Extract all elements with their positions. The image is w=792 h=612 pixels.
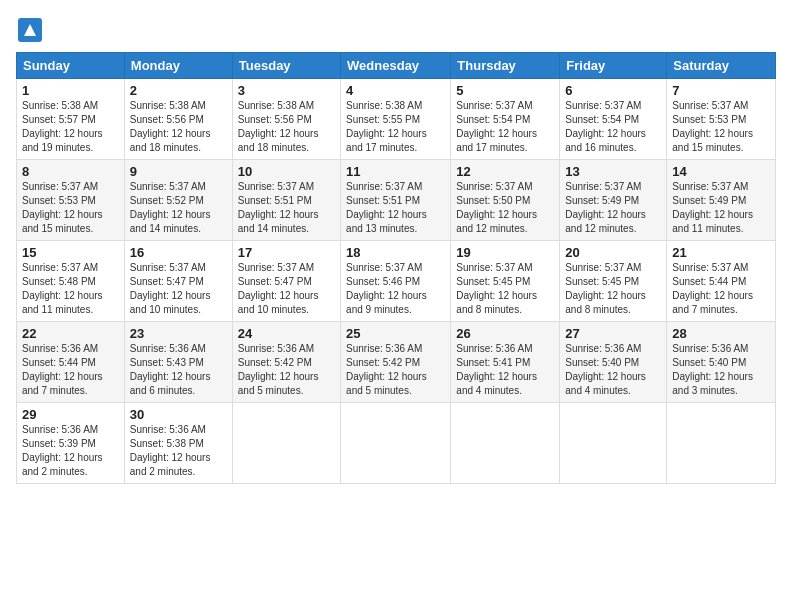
day-number: 28	[672, 326, 770, 341]
day-info: Sunrise: 5:37 AM Sunset: 5:51 PM Dayligh…	[238, 180, 335, 236]
day-cell-15: 15Sunrise: 5:37 AM Sunset: 5:48 PM Dayli…	[17, 241, 125, 322]
day-cell-24: 24Sunrise: 5:36 AM Sunset: 5:42 PM Dayli…	[232, 322, 340, 403]
day-info: Sunrise: 5:37 AM Sunset: 5:52 PM Dayligh…	[130, 180, 227, 236]
logo	[16, 16, 48, 44]
day-number: 1	[22, 83, 119, 98]
col-header-tuesday: Tuesday	[232, 53, 340, 79]
day-info: Sunrise: 5:37 AM Sunset: 5:54 PM Dayligh…	[565, 99, 661, 155]
day-number: 6	[565, 83, 661, 98]
day-number: 22	[22, 326, 119, 341]
day-cell-16: 16Sunrise: 5:37 AM Sunset: 5:47 PM Dayli…	[124, 241, 232, 322]
day-info: Sunrise: 5:37 AM Sunset: 5:44 PM Dayligh…	[672, 261, 770, 317]
day-cell-7: 7Sunrise: 5:37 AM Sunset: 5:53 PM Daylig…	[667, 79, 776, 160]
day-number: 8	[22, 164, 119, 179]
calendar-row-1: 1Sunrise: 5:38 AM Sunset: 5:57 PM Daylig…	[17, 79, 776, 160]
day-info: Sunrise: 5:36 AM Sunset: 5:40 PM Dayligh…	[672, 342, 770, 398]
day-info: Sunrise: 5:36 AM Sunset: 5:44 PM Dayligh…	[22, 342, 119, 398]
day-number: 23	[130, 326, 227, 341]
empty-cell	[667, 403, 776, 484]
day-cell-29: 29Sunrise: 5:36 AM Sunset: 5:39 PM Dayli…	[17, 403, 125, 484]
col-header-thursday: Thursday	[451, 53, 560, 79]
day-number: 13	[565, 164, 661, 179]
day-number: 9	[130, 164, 227, 179]
day-cell-8: 8Sunrise: 5:37 AM Sunset: 5:53 PM Daylig…	[17, 160, 125, 241]
day-cell-19: 19Sunrise: 5:37 AM Sunset: 5:45 PM Dayli…	[451, 241, 560, 322]
day-number: 21	[672, 245, 770, 260]
day-info: Sunrise: 5:37 AM Sunset: 5:45 PM Dayligh…	[565, 261, 661, 317]
day-number: 5	[456, 83, 554, 98]
day-number: 29	[22, 407, 119, 422]
day-number: 18	[346, 245, 445, 260]
day-number: 15	[22, 245, 119, 260]
day-number: 26	[456, 326, 554, 341]
day-cell-17: 17Sunrise: 5:37 AM Sunset: 5:47 PM Dayli…	[232, 241, 340, 322]
day-cell-5: 5Sunrise: 5:37 AM Sunset: 5:54 PM Daylig…	[451, 79, 560, 160]
day-info: Sunrise: 5:36 AM Sunset: 5:41 PM Dayligh…	[456, 342, 554, 398]
day-number: 7	[672, 83, 770, 98]
day-cell-13: 13Sunrise: 5:37 AM Sunset: 5:49 PM Dayli…	[560, 160, 667, 241]
day-cell-30: 30Sunrise: 5:36 AM Sunset: 5:38 PM Dayli…	[124, 403, 232, 484]
day-cell-18: 18Sunrise: 5:37 AM Sunset: 5:46 PM Dayli…	[341, 241, 451, 322]
day-cell-1: 1Sunrise: 5:38 AM Sunset: 5:57 PM Daylig…	[17, 79, 125, 160]
day-number: 10	[238, 164, 335, 179]
day-cell-23: 23Sunrise: 5:36 AM Sunset: 5:43 PM Dayli…	[124, 322, 232, 403]
day-cell-2: 2Sunrise: 5:38 AM Sunset: 5:56 PM Daylig…	[124, 79, 232, 160]
calendar-row-5: 29Sunrise: 5:36 AM Sunset: 5:39 PM Dayli…	[17, 403, 776, 484]
day-number: 17	[238, 245, 335, 260]
empty-cell	[451, 403, 560, 484]
day-cell-4: 4Sunrise: 5:38 AM Sunset: 5:55 PM Daylig…	[341, 79, 451, 160]
day-cell-9: 9Sunrise: 5:37 AM Sunset: 5:52 PM Daylig…	[124, 160, 232, 241]
col-header-monday: Monday	[124, 53, 232, 79]
day-info: Sunrise: 5:36 AM Sunset: 5:39 PM Dayligh…	[22, 423, 119, 479]
calendar-row-4: 22Sunrise: 5:36 AM Sunset: 5:44 PM Dayli…	[17, 322, 776, 403]
day-cell-12: 12Sunrise: 5:37 AM Sunset: 5:50 PM Dayli…	[451, 160, 560, 241]
col-header-wednesday: Wednesday	[341, 53, 451, 79]
day-info: Sunrise: 5:37 AM Sunset: 5:54 PM Dayligh…	[456, 99, 554, 155]
day-info: Sunrise: 5:37 AM Sunset: 5:46 PM Dayligh…	[346, 261, 445, 317]
empty-cell	[560, 403, 667, 484]
day-number: 2	[130, 83, 227, 98]
day-number: 3	[238, 83, 335, 98]
day-info: Sunrise: 5:37 AM Sunset: 5:49 PM Dayligh…	[565, 180, 661, 236]
day-info: Sunrise: 5:37 AM Sunset: 5:49 PM Dayligh…	[672, 180, 770, 236]
day-cell-6: 6Sunrise: 5:37 AM Sunset: 5:54 PM Daylig…	[560, 79, 667, 160]
empty-cell	[341, 403, 451, 484]
day-number: 4	[346, 83, 445, 98]
day-info: Sunrise: 5:37 AM Sunset: 5:53 PM Dayligh…	[22, 180, 119, 236]
empty-cell	[232, 403, 340, 484]
day-info: Sunrise: 5:36 AM Sunset: 5:43 PM Dayligh…	[130, 342, 227, 398]
logo-icon	[16, 16, 44, 44]
day-number: 25	[346, 326, 445, 341]
day-info: Sunrise: 5:37 AM Sunset: 5:45 PM Dayligh…	[456, 261, 554, 317]
day-info: Sunrise: 5:37 AM Sunset: 5:48 PM Dayligh…	[22, 261, 119, 317]
day-cell-26: 26Sunrise: 5:36 AM Sunset: 5:41 PM Dayli…	[451, 322, 560, 403]
day-number: 19	[456, 245, 554, 260]
day-number: 30	[130, 407, 227, 422]
day-info: Sunrise: 5:36 AM Sunset: 5:40 PM Dayligh…	[565, 342, 661, 398]
day-cell-3: 3Sunrise: 5:38 AM Sunset: 5:56 PM Daylig…	[232, 79, 340, 160]
col-header-sunday: Sunday	[17, 53, 125, 79]
day-cell-27: 27Sunrise: 5:36 AM Sunset: 5:40 PM Dayli…	[560, 322, 667, 403]
day-info: Sunrise: 5:36 AM Sunset: 5:42 PM Dayligh…	[238, 342, 335, 398]
day-cell-10: 10Sunrise: 5:37 AM Sunset: 5:51 PM Dayli…	[232, 160, 340, 241]
day-info: Sunrise: 5:38 AM Sunset: 5:55 PM Dayligh…	[346, 99, 445, 155]
day-cell-11: 11Sunrise: 5:37 AM Sunset: 5:51 PM Dayli…	[341, 160, 451, 241]
day-number: 20	[565, 245, 661, 260]
day-info: Sunrise: 5:37 AM Sunset: 5:53 PM Dayligh…	[672, 99, 770, 155]
calendar-header-row: SundayMondayTuesdayWednesdayThursdayFrid…	[17, 53, 776, 79]
day-info: Sunrise: 5:38 AM Sunset: 5:56 PM Dayligh…	[130, 99, 227, 155]
day-cell-25: 25Sunrise: 5:36 AM Sunset: 5:42 PM Dayli…	[341, 322, 451, 403]
day-cell-22: 22Sunrise: 5:36 AM Sunset: 5:44 PM Dayli…	[17, 322, 125, 403]
day-number: 16	[130, 245, 227, 260]
day-number: 12	[456, 164, 554, 179]
day-info: Sunrise: 5:36 AM Sunset: 5:38 PM Dayligh…	[130, 423, 227, 479]
day-info: Sunrise: 5:37 AM Sunset: 5:51 PM Dayligh…	[346, 180, 445, 236]
header	[16, 16, 776, 44]
day-info: Sunrise: 5:36 AM Sunset: 5:42 PM Dayligh…	[346, 342, 445, 398]
calendar-table: SundayMondayTuesdayWednesdayThursdayFrid…	[16, 52, 776, 484]
day-info: Sunrise: 5:38 AM Sunset: 5:57 PM Dayligh…	[22, 99, 119, 155]
day-info: Sunrise: 5:37 AM Sunset: 5:47 PM Dayligh…	[130, 261, 227, 317]
day-number: 11	[346, 164, 445, 179]
day-info: Sunrise: 5:37 AM Sunset: 5:50 PM Dayligh…	[456, 180, 554, 236]
calendar-row-2: 8Sunrise: 5:37 AM Sunset: 5:53 PM Daylig…	[17, 160, 776, 241]
